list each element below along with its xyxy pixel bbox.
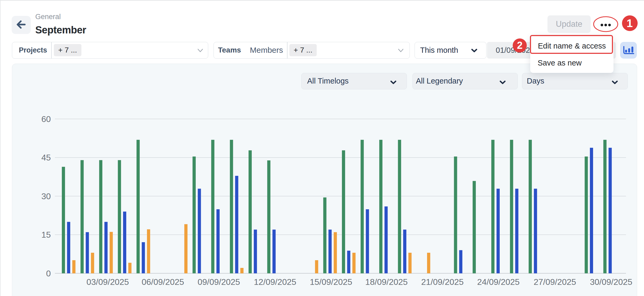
svg-text:60: 60 — [41, 114, 51, 124]
svg-text:30/09/2025: 30/09/2025 — [590, 277, 632, 287]
svg-text:45: 45 — [41, 153, 51, 162]
svg-text:27/09/2025: 27/09/2025 — [534, 277, 576, 287]
svg-text:24/09/2025: 24/09/2025 — [477, 277, 520, 287]
svg-text:0: 0 — [46, 269, 51, 278]
svg-text:18/09/2025: 18/09/2025 — [365, 277, 408, 287]
svg-text:06/09/2025: 06/09/2025 — [142, 277, 184, 287]
svg-text:09/09/2025: 09/09/2025 — [198, 277, 240, 287]
svg-text:15/09/2025: 15/09/2025 — [310, 277, 352, 287]
svg-text:12/09/2025: 12/09/2025 — [254, 277, 296, 287]
svg-text:15: 15 — [41, 230, 51, 240]
svg-text:30: 30 — [41, 191, 51, 201]
svg-text:21/09/2025: 21/09/2025 — [421, 277, 464, 287]
svg-text:03/09/2025: 03/09/2025 — [86, 277, 129, 287]
